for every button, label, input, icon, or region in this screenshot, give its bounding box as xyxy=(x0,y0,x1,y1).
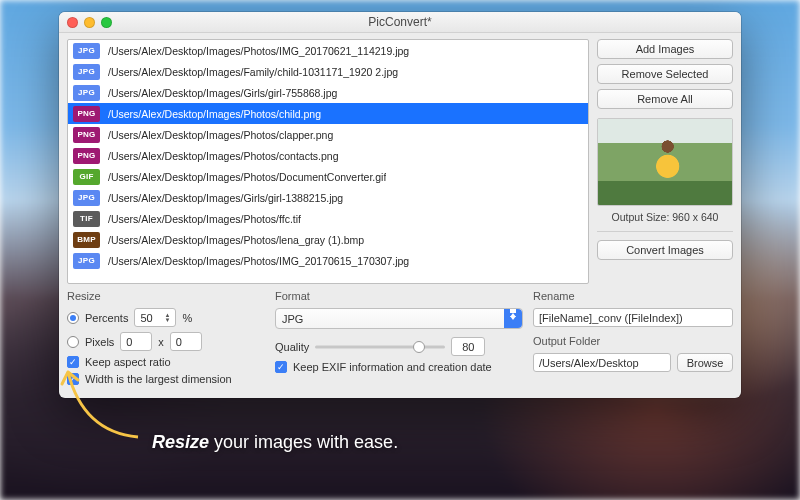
file-row[interactable]: GIF/Users/Alex/Desktop/Images/Photos/Doc… xyxy=(68,166,588,187)
browse-button[interactable]: Browse xyxy=(677,353,733,372)
file-row[interactable]: PNG/Users/Alex/Desktop/Images/Photos/chi… xyxy=(68,103,588,124)
resize-heading: Resize xyxy=(67,290,265,302)
file-row[interactable]: BMP/Users/Alex/Desktop/Images/Photos/len… xyxy=(68,229,588,250)
filetype-badge: PNG xyxy=(73,127,100,143)
file-row[interactable]: JPG/Users/Alex/Desktop/Images/Girls/girl… xyxy=(68,82,588,103)
keep-aspect-label: Keep aspect ratio xyxy=(85,356,171,368)
filetype-badge: TIF xyxy=(73,211,100,227)
keep-aspect-checkbox[interactable] xyxy=(67,356,79,368)
file-row[interactable]: JPG/Users/Alex/Desktop/Images/Photos/IMG… xyxy=(68,250,588,271)
add-images-button[interactable]: Add Images xyxy=(597,39,733,59)
width-largest-checkbox[interactable] xyxy=(67,373,79,385)
pixels-height-input[interactable]: 0 xyxy=(170,332,202,351)
file-row[interactable]: PNG/Users/Alex/Desktop/Images/Photos/cla… xyxy=(68,124,588,145)
keep-exif-label: Keep EXIF information and creation date xyxy=(293,361,492,373)
format-selected: JPG xyxy=(282,313,303,325)
filetype-badge: BMP xyxy=(73,232,100,248)
filetype-badge: JPG xyxy=(73,190,100,206)
quality-value[interactable]: 80 xyxy=(451,337,485,356)
divider xyxy=(597,231,733,232)
output-size-label: Output Size: 960 x 640 xyxy=(597,211,733,223)
pixels-width-input[interactable]: 0 xyxy=(120,332,152,351)
remove-selected-button[interactable]: Remove Selected xyxy=(597,64,733,84)
keep-exif-checkbox[interactable] xyxy=(275,361,287,373)
titlebar: PicConvert* xyxy=(59,12,741,33)
convert-images-button[interactable]: Convert Images xyxy=(597,240,733,260)
file-row[interactable]: PNG/Users/Alex/Desktop/Images/Photos/con… xyxy=(68,145,588,166)
output-panel: Rename [FileName]_conv ([FileIndex]) Out… xyxy=(533,290,733,390)
file-path: /Users/Alex/Desktop/Images/Photos/IMG_20… xyxy=(108,255,409,267)
filetype-badge: JPG xyxy=(73,85,100,101)
file-path: /Users/Alex/Desktop/Images/Family/child-… xyxy=(108,66,398,78)
file-path: /Users/Alex/Desktop/Images/Photos/contac… xyxy=(108,150,339,162)
filetype-badge: JPG xyxy=(73,64,100,80)
pixels-x: x xyxy=(158,336,164,348)
rename-heading: Rename xyxy=(533,290,733,302)
filetype-badge: JPG xyxy=(73,253,100,269)
preview-thumbnail xyxy=(597,118,733,206)
file-path: /Users/Alex/Desktop/Images/Photos/lena_g… xyxy=(108,234,364,246)
chevron-down-icon[interactable]: ▼ xyxy=(164,318,170,323)
percents-radio[interactable] xyxy=(67,312,79,324)
file-path: /Users/Alex/Desktop/Images/Photos/IMG_20… xyxy=(108,45,409,57)
output-folder-heading: Output Folder xyxy=(533,335,733,347)
format-panel: Format JPG Quality 80 Keep EXIF informat… xyxy=(275,290,523,390)
window-title: PicConvert* xyxy=(59,15,741,29)
filetype-badge: GIF xyxy=(73,169,100,185)
file-row[interactable]: TIF/Users/Alex/Desktop/Images/Photos/ffc… xyxy=(68,208,588,229)
percents-label: Percents xyxy=(85,312,128,324)
quality-label: Quality xyxy=(275,341,309,353)
filetype-badge: JPG xyxy=(73,43,100,59)
file-row[interactable]: JPG/Users/Alex/Desktop/Images/Family/chi… xyxy=(68,61,588,82)
pixels-radio[interactable] xyxy=(67,336,79,348)
file-path: /Users/Alex/Desktop/Images/Girls/girl-75… xyxy=(108,87,337,99)
format-select[interactable]: JPG xyxy=(275,308,523,329)
file-row[interactable]: JPG/Users/Alex/Desktop/Images/Photos/IMG… xyxy=(68,40,588,61)
caption-rest: your images with ease. xyxy=(209,432,398,452)
percent-suffix: % xyxy=(182,312,192,324)
file-path: /Users/Alex/Desktop/Images/Photos/ffc.ti… xyxy=(108,213,301,225)
filetype-badge: PNG xyxy=(73,148,100,164)
file-path: /Users/Alex/Desktop/Images/Girls/girl-13… xyxy=(108,192,343,204)
file-row[interactable]: JPG/Users/Alex/Desktop/Images/Girls/girl… xyxy=(68,187,588,208)
marketing-caption: Resize your images with ease. xyxy=(152,432,398,453)
quality-slider[interactable] xyxy=(315,339,445,355)
output-folder-input[interactable]: /Users/Alex/Desktop xyxy=(533,353,671,372)
file-path: /Users/Alex/Desktop/Images/Photos/clappe… xyxy=(108,129,333,141)
pixels-label: Pixels xyxy=(85,336,114,348)
filetype-badge: PNG xyxy=(73,106,100,122)
rename-pattern-input[interactable]: [FileName]_conv ([FileIndex]) xyxy=(533,308,733,327)
remove-all-button[interactable]: Remove All xyxy=(597,89,733,109)
width-largest-label: Width is the largest dimension xyxy=(85,373,232,385)
file-path: /Users/Alex/Desktop/Images/Photos/child.… xyxy=(108,108,321,120)
chevron-updown-icon xyxy=(504,309,522,328)
file-list[interactable]: JPG/Users/Alex/Desktop/Images/Photos/IMG… xyxy=(67,39,589,284)
format-heading: Format xyxy=(275,290,523,302)
caption-emphasis: Resize xyxy=(152,432,209,452)
resize-panel: Resize Percents 50 ▲▼ % Pixels 0 x 0 xyxy=(67,290,265,390)
file-path: /Users/Alex/Desktop/Images/Photos/Docume… xyxy=(108,171,386,183)
percents-stepper[interactable]: 50 ▲▼ xyxy=(134,308,176,327)
side-column: Add Images Remove Selected Remove All Ou… xyxy=(597,39,733,284)
app-window: PicConvert* JPG/Users/Alex/Desktop/Image… xyxy=(59,12,741,398)
